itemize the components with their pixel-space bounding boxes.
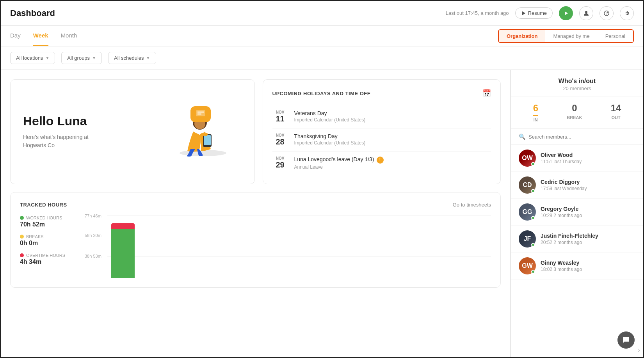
expand-sidebar-button[interactable]: ›: [638, 346, 640, 354]
stat-break: 0 BREAK: [567, 103, 582, 122]
resume-button[interactable]: Resume: [515, 7, 553, 19]
holidays-card: UPCOMING HOLIDAYS AND TIME OFF 📅 NOV 11 …: [263, 79, 501, 184]
member-item[interactable]: GG Gregory Goyle 10:28 2 months ago: [511, 199, 643, 226]
tracked-hours-card: TRACKED HOURS Go to timesheets WORKED HO…: [10, 192, 501, 288]
overtime-value: 4h 34m: [20, 258, 75, 265]
locations-filter[interactable]: All locations ▼: [10, 52, 55, 64]
tabs: Day Week Month: [10, 26, 77, 46]
groups-label: All groups: [67, 55, 90, 61]
in-label: IN: [533, 118, 538, 122]
avatar-wrap: JF: [519, 230, 536, 248]
holiday-date: NOV 28: [272, 133, 288, 146]
status-dot: [531, 243, 535, 247]
holiday-date: NOV 29: [272, 156, 288, 170]
out-label: OUT: [611, 115, 621, 120]
tracked-title: TRACKED HOURS: [20, 202, 67, 208]
chart-bar: [111, 223, 135, 278]
member-item[interactable]: JF Justin Finch-Fletchley 20:52 2 months…: [511, 226, 643, 253]
member-info: Oliver Wood 11:51 last Thursday: [541, 152, 582, 164]
member-name: Ginny Weasley: [541, 260, 582, 266]
avatar-wrap: GW: [519, 257, 536, 274]
svg-text:?: ?: [606, 11, 608, 16]
main-content: Hello Luna Here's what's happening at Ho…: [1, 70, 643, 357]
overtime-legend: OVERTIME HOURS 4h 34m: [20, 253, 75, 265]
out-count: 14: [611, 103, 621, 114]
y-label-low: 38h 53m: [85, 254, 101, 258]
member-name: Cedric Diggory: [541, 179, 587, 185]
user-icon-button[interactable]: [579, 6, 593, 20]
locations-label: All locations: [16, 55, 43, 61]
member-name: Gregory Goyle: [541, 206, 582, 212]
help-icon-button[interactable]: ?: [600, 6, 614, 20]
svg-point-2: [585, 11, 587, 13]
toggle-personal[interactable]: Personal: [598, 30, 633, 42]
stat-out: 14 OUT: [611, 103, 621, 122]
member-time: 20:52 2 months ago: [541, 240, 598, 245]
status-dot: [531, 216, 535, 220]
go-to-timesheets-link[interactable]: Go to timesheets: [453, 202, 491, 208]
avatar-wrap: CD: [519, 176, 536, 194]
holiday-info: Veterans Day Imported Calendar (United S…: [294, 110, 366, 123]
toggle-organization[interactable]: Organization: [499, 30, 545, 42]
last-out-text: Last out 17:45, a month ago: [446, 10, 509, 16]
svg-marker-0: [522, 11, 525, 15]
member-info: Cedric Diggory 17:59 last Wednesday: [541, 179, 587, 191]
members-list: OW Oliver Wood 11:51 last Thursday CD Ce…: [511, 145, 643, 343]
search-members-input[interactable]: [528, 134, 635, 140]
avatar-wrap: OW: [519, 150, 536, 167]
filter-bar: All locations ▼ All groups ▼ All schedul…: [1, 46, 643, 70]
chart: 77h 46m 58h 20m 38h 53m: [107, 216, 491, 278]
schedules-arrow-icon: ▼: [146, 56, 150, 60]
page-title: Dashboard: [10, 8, 55, 18]
avatar-wrap: GG: [519, 203, 536, 221]
calendar-icon: 📅: [482, 89, 491, 98]
tab-day[interactable]: Day: [10, 26, 21, 46]
chat-button[interactable]: [617, 331, 635, 349]
chat-bubble-icon: [190, 106, 211, 122]
tracked-content: WORKED HOURS 70h 52m BREAKS 0h 0m: [20, 216, 491, 278]
tab-week[interactable]: Week: [33, 26, 48, 46]
groups-filter[interactable]: All groups ▼: [61, 52, 102, 64]
schedules-filter[interactable]: All schedules ▼: [108, 52, 156, 64]
member-item[interactable]: OW Oliver Wood 11:51 last Thursday: [511, 145, 643, 172]
svg-marker-1: [565, 11, 568, 15]
bar-worked: [111, 229, 135, 278]
member-info: Justin Finch-Fletchley 20:52 2 months ag…: [541, 233, 598, 245]
whos-in-subtitle: 20 members: [519, 85, 635, 91]
member-item[interactable]: GW Ginny Weasley 18:02 3 months ago: [511, 253, 643, 280]
locations-arrow-icon: ▼: [45, 56, 49, 60]
worked-hours-legend: WORKED HOURS 70h 52m: [20, 216, 75, 228]
toggle-managed-by-me[interactable]: Managed by me: [545, 30, 597, 42]
worked-label: WORKED HOURS: [26, 216, 62, 220]
search-members: 🔍: [511, 129, 643, 145]
hello-card: Hello Luna Here's what's happening at Ho…: [10, 79, 255, 184]
description: Here's what's happening at Hogwarts Co: [23, 133, 89, 150]
bar-overtime: [111, 223, 135, 229]
status-dot: [531, 162, 535, 166]
holiday-info: Luna Lovegood's leave (Day 1/3)! Annual …: [294, 156, 384, 170]
holiday-date: NOV 11: [272, 110, 288, 123]
member-item[interactable]: CD Cedric Diggory 17:59 last Wednesday: [511, 172, 643, 199]
view-toggle: Organization Managed by me Personal: [498, 29, 634, 43]
break-label: BREAK: [567, 115, 582, 120]
center-area: Hello Luna Here's what's happening at Ho…: [1, 70, 510, 357]
member-info: Gregory Goyle 10:28 2 months ago: [541, 206, 582, 218]
worked-dot: [20, 216, 24, 220]
member-time: 10:28 2 months ago: [541, 213, 582, 218]
tracked-header: TRACKED HOURS Go to timesheets: [20, 202, 491, 208]
break-count: 0: [567, 103, 582, 114]
groups-arrow-icon: ▼: [92, 56, 96, 60]
holiday-info: Thanksgiving Day Imported Calendar (Unit…: [294, 133, 366, 146]
member-time: 11:51 last Thursday: [541, 159, 582, 164]
tab-month[interactable]: Month: [61, 26, 77, 46]
member-time: 18:02 3 months ago: [541, 267, 582, 272]
settings-icon-button[interactable]: [620, 6, 634, 20]
tracked-legend: WORKED HOURS 70h 52m BREAKS 0h 0m: [20, 216, 75, 278]
holiday-item: NOV 11 Veterans Day Imported Calendar (U…: [272, 105, 491, 128]
hello-text: Hello Luna Here's what's happening at Ho…: [23, 114, 89, 150]
chart-area: 77h 46m 58h 20m 38h 53m: [84, 216, 491, 278]
breaks-value: 0h 0m: [20, 240, 75, 247]
worked-value: 70h 52m: [20, 221, 75, 228]
header-right: Last out 17:45, a month ago Resume ?: [446, 6, 634, 20]
play-button[interactable]: [559, 6, 573, 20]
